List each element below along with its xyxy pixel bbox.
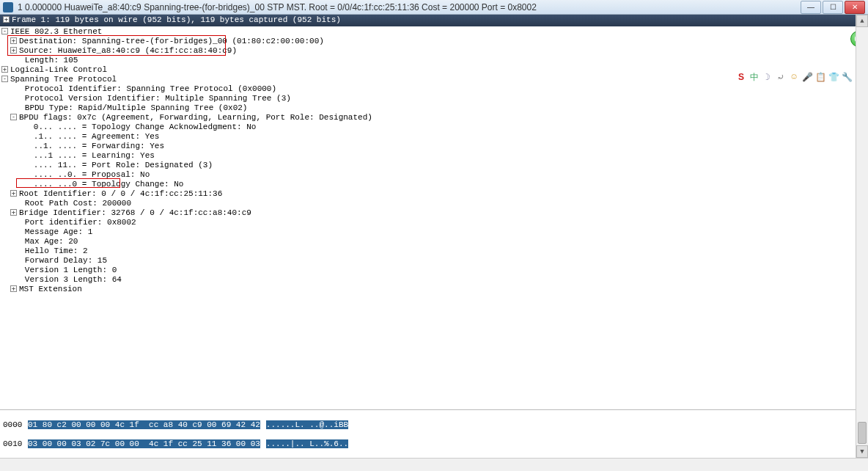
window-controls: — ☐ ✕ <box>799 1 865 14</box>
hex-ascii: .....|.. L..%.6.. <box>266 439 348 448</box>
tree-flag-forwarding[interactable]: ..1. .... = Forwarding: Yes <box>1 142 867 151</box>
sogou-icon[interactable]: S <box>736 72 746 82</box>
tree-label: Root Identifier: 0 / 0 / 4c:1f:cc:25:11:… <box>19 189 222 198</box>
frame-summary-bar[interactable]: +Frame 1: 119 bytes on wire (952 bits), … <box>0 15 868 26</box>
tree-max-age[interactable]: Max Age: 20 <box>1 237 867 247</box>
scroll-up-button[interactable]: ▲ <box>856 15 868 27</box>
ime-toolbar[interactable]: S 中 ☽ ⤾ ☺ 🎤 📋 👕 🔧 <box>735 70 853 84</box>
tree-ethernet[interactable]: -IEEE 802.3 Ethernet <box>1 27 867 37</box>
tree-label: IEEE 802.3 Ethernet <box>10 27 102 36</box>
scroll-thumb[interactable] <box>858 422 867 444</box>
moon-icon[interactable]: ☽ <box>762 72 773 82</box>
tree-label: .... 11.. = Port Role: Designated (3) <box>34 161 213 169</box>
lang-icon[interactable]: 中 <box>749 72 760 82</box>
tree-mst-ext[interactable]: +MST Extension <box>1 285 867 294</box>
tree-label: Root Path Cost: 200000 <box>25 199 131 208</box>
tree-label: MST Extension <box>19 285 82 293</box>
collapse-icon[interactable]: - <box>1 76 8 82</box>
tree-label: Bridge Identifier: 32768 / 0 / 4c:1f:cc:… <box>19 208 251 217</box>
minimize-button[interactable]: — <box>801 1 821 14</box>
tree-label: Hello Time: 2 <box>25 247 88 255</box>
tree-proto-id[interactable]: Protocol Identifier: Spanning Tree Proto… <box>1 84 867 94</box>
hex-offset: 0000 <box>3 420 28 430</box>
expand-icon[interactable]: + <box>10 285 17 292</box>
hex-row[interactable]: 001003 00 00 03 02 7c 00 00 4c 1f cc 25 … <box>3 439 853 449</box>
tree-length[interactable]: Length: 105 <box>1 56 867 65</box>
tree-label: Version 1 Length: 0 <box>25 266 117 274</box>
expand-icon[interactable]: + <box>10 47 17 54</box>
tree-label: Max Age: 20 <box>25 237 78 246</box>
expand-icon[interactable]: + <box>10 209 17 216</box>
hex-ascii: ......L. ..@..iBB <box>266 420 348 429</box>
tree-label: Length: 105 <box>25 56 78 65</box>
tree-label: Protocol Version Identifier: Multiple Sp… <box>25 94 291 103</box>
skin-icon[interactable]: 👕 <box>828 72 839 82</box>
tree-label: Port identifier: 0x8002 <box>25 218 136 227</box>
tree-label: BPDU Type: Rapid/Multiple Spanning Tree … <box>25 103 248 112</box>
tree-label: Logical-Link Control <box>10 65 107 74</box>
app-icon <box>3 2 13 12</box>
tree-bridge-id[interactable]: +Bridge Identifier: 32768 / 0 / 4c:1f:cc… <box>1 208 867 218</box>
tree-dest[interactable]: +Destination: Spanning-tree-(for-bridges… <box>1 37 867 46</box>
tree-label: Protocol Identifier: Spanning Tree Proto… <box>25 84 276 93</box>
tree-hello[interactable]: Hello Time: 2 <box>1 247 867 256</box>
tree-label: Destination: Spanning-tree-(for-bridges)… <box>19 37 324 45</box>
tree-label: ..1. .... = Forwarding: Yes <box>34 142 164 150</box>
tree-bpdu-flags[interactable]: -BPDU flags: 0x7c (Agreement, Forwarding… <box>1 113 867 123</box>
tree-flag-portrole[interactable]: .... 11.. = Port Role: Designated (3) <box>1 161 867 170</box>
window-title: 1 0.000000 HuaweiTe_a8:40:c9 Spanning-tr… <box>18 2 799 12</box>
tree-label: 0... .... = Topology Change Acknowledgme… <box>34 123 257 131</box>
tree-label: Forward Delay: 15 <box>25 256 107 265</box>
hex-bytes: 03 00 00 03 02 7c 00 00 4c 1f cc 25 11 3… <box>28 439 260 448</box>
mic-icon[interactable]: 🎤 <box>802 72 812 82</box>
expand-icon[interactable]: + <box>10 190 17 197</box>
tree-label: Spanning Tree Protocol <box>10 75 117 84</box>
tree-fwd-delay[interactable]: Forward Delay: 15 <box>1 256 867 266</box>
hex-row[interactable]: 000001 80 c2 00 00 00 4c 1f cc a8 40 c9 … <box>3 420 853 430</box>
vertical-scrollbar[interactable]: ▲ ▼ <box>856 15 868 458</box>
collapse-icon[interactable]: - <box>1 28 8 34</box>
tree-flag-proposal[interactable]: .... ..0. = Proposal: No <box>1 170 867 180</box>
taskbar-strip <box>0 458 868 471</box>
tree-label: Version 3 Length: 64 <box>25 275 122 284</box>
tree-port-id[interactable]: Port identifier: 0x8002 <box>1 218 867 227</box>
tree-label: .1.. .... = Agreement: Yes <box>34 132 160 141</box>
tree-flag-learning[interactable]: ...1 .... = Learning: Yes <box>1 151 867 161</box>
tree-root-id[interactable]: +Root Identifier: 0 / 0 / 4c:1f:cc:25:11… <box>1 189 867 199</box>
tree-flag-tca[interactable]: 0... .... = Topology Change Acknowledgme… <box>1 123 867 132</box>
expand-icon[interactable]: + <box>10 37 17 44</box>
tree-msg-age[interactable]: Message Age: 1 <box>1 227 867 237</box>
tree-flag-agreement[interactable]: .1.. .... = Agreement: Yes <box>1 132 867 142</box>
tree-root-cost[interactable]: Root Path Cost: 200000 <box>1 199 867 208</box>
undo-icon[interactable]: ⤾ <box>776 72 786 82</box>
tree-v3len[interactable]: Version 3 Length: 64 <box>1 275 867 285</box>
scroll-track[interactable] <box>856 27 868 445</box>
tree-label: BPDU flags: 0x7c (Agreement, Forwarding,… <box>19 113 372 122</box>
emoji-icon[interactable]: ☺ <box>789 72 799 82</box>
maximize-button[interactable]: ☐ <box>823 1 843 14</box>
packet-details-tree[interactable]: -IEEE 802.3 Ethernet +Destination: Spann… <box>0 26 868 421</box>
tree-label: .... ..0. = Proposal: No <box>34 170 150 179</box>
tree-flag-tc[interactable]: .... ...0 = Topology Change: No <box>1 180 867 189</box>
tree-bpdu-type[interactable]: BPDU Type: Rapid/Multiple Spanning Tree … <box>1 103 867 113</box>
tree-label: Source: HuaweiTe_a8:40:c9 (4c:1f:cc:a8:4… <box>19 46 237 55</box>
scroll-down-button[interactable]: ▼ <box>856 445 868 458</box>
hex-offset: 0010 <box>3 439 28 449</box>
tree-proto-ver[interactable]: Protocol Version Identifier: Multiple Sp… <box>1 94 867 103</box>
tree-source[interactable]: +Source: HuaweiTe_a8:40:c9 (4c:1f:cc:a8:… <box>1 46 867 56</box>
window-titlebar: 1 0.000000 HuaweiTe_a8:40:c9 Spanning-tr… <box>0 0 868 15</box>
expand-icon[interactable]: + <box>1 66 8 73</box>
close-button[interactable]: ✕ <box>845 1 865 14</box>
tree-label: Message Age: 1 <box>25 227 92 236</box>
hex-bytes: 01 80 c2 00 00 00 4c 1f cc a8 40 c9 00 6… <box>28 420 260 429</box>
tree-v1len[interactable]: Version 1 Length: 0 <box>1 266 867 275</box>
tree-label: ...1 .... = Learning: Yes <box>34 151 155 160</box>
expand-icon[interactable]: + <box>3 16 10 23</box>
hex-dump-pane[interactable]: 000001 80 c2 00 00 00 4c 1f cc a8 40 c9 … <box>0 409 856 458</box>
settings-icon[interactable]: 🔧 <box>842 72 852 82</box>
keyboard-icon[interactable]: 📋 <box>815 72 825 82</box>
collapse-icon[interactable]: - <box>10 114 17 120</box>
frame-summary-text: Frame 1: 119 bytes on wire (952 bits), 1… <box>12 15 341 24</box>
tree-label: .... ...0 = Topology Change: No <box>34 180 184 189</box>
